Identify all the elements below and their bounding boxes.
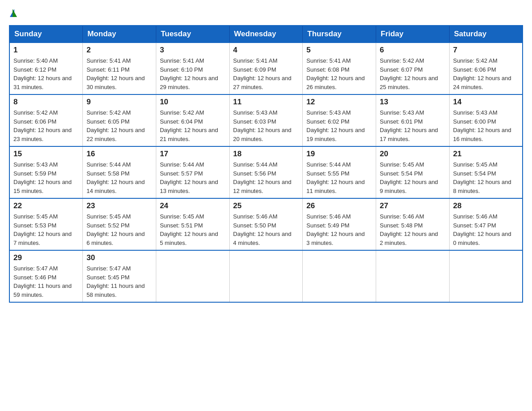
col-header-wednesday: Wednesday [229,26,303,43]
calendar-cell: 3 Sunrise: 5:41 AM Sunset: 6:10 PM Dayli… [156,43,229,94]
day-number: 25 [233,201,299,210]
calendar-cell: 13 Sunrise: 5:43 AM Sunset: 6:01 PM Dayl… [376,94,450,146]
day-info: Sunrise: 5:46 AM Sunset: 5:47 PM Dayligh… [453,212,519,247]
day-info: Sunrise: 5:41 AM Sunset: 6:09 PM Dayligh… [233,56,299,91]
day-number: 19 [306,150,372,158]
calendar-cell: 11 Sunrise: 5:43 AM Sunset: 6:03 PM Dayl… [229,94,303,146]
calendar-cell: 17 Sunrise: 5:44 AM Sunset: 5:57 PM Dayl… [156,146,229,198]
day-number: 1 [13,46,79,55]
calendar-cell: 1 Sunrise: 5:40 AM Sunset: 6:12 PM Dayli… [9,43,83,94]
day-number: 4 [233,46,299,55]
calendar-cell: 25 Sunrise: 5:46 AM Sunset: 5:50 PM Dayl… [229,198,303,250]
day-info: Sunrise: 5:47 AM Sunset: 5:45 PM Dayligh… [86,264,152,299]
calendar-cell: 15 Sunrise: 5:43 AM Sunset: 5:59 PM Dayl… [9,146,83,198]
calendar-cell: 5 Sunrise: 5:41 AM Sunset: 6:08 PM Dayli… [303,43,376,94]
day-number: 16 [86,150,152,158]
day-number: 18 [233,150,299,158]
calendar-cell: 6 Sunrise: 5:42 AM Sunset: 6:07 PM Dayli… [376,43,450,94]
calendar-cell: 28 Sunrise: 5:46 AM Sunset: 5:47 PM Dayl… [449,198,523,250]
day-number: 2 [86,46,152,55]
day-number: 8 [13,98,79,107]
day-number: 29 [13,253,79,262]
day-info: Sunrise: 5:43 AM Sunset: 6:03 PM Dayligh… [233,108,299,143]
day-info: Sunrise: 5:46 AM Sunset: 5:48 PM Dayligh… [380,212,446,247]
day-number: 7 [453,46,519,55]
day-info: Sunrise: 5:41 AM Sunset: 6:08 PM Dayligh… [306,56,372,91]
day-info: Sunrise: 5:45 AM Sunset: 5:51 PM Dayligh… [160,212,226,247]
calendar-cell: 4 Sunrise: 5:41 AM Sunset: 6:09 PM Dayli… [229,43,303,94]
day-info: Sunrise: 5:41 AM Sunset: 6:11 PM Dayligh… [86,56,152,91]
day-number: 26 [306,201,372,210]
calendar-cell: 22 Sunrise: 5:45 AM Sunset: 5:53 PM Dayl… [9,198,83,250]
day-number: 24 [160,201,226,210]
calendar-week-row: 22 Sunrise: 5:45 AM Sunset: 5:53 PM Dayl… [9,198,523,250]
day-number: 6 [380,46,446,55]
calendar-cell: 20 Sunrise: 5:45 AM Sunset: 5:54 PM Dayl… [376,146,450,198]
calendar-cell [156,250,229,302]
day-info: Sunrise: 5:43 AM Sunset: 6:01 PM Dayligh… [380,108,446,143]
day-info: Sunrise: 5:42 AM Sunset: 6:04 PM Dayligh… [160,108,226,143]
calendar-cell [303,250,376,302]
calendar-cell [376,250,450,302]
calendar-cell: 9 Sunrise: 5:42 AM Sunset: 6:05 PM Dayli… [83,94,156,146]
col-header-monday: Monday [83,26,156,43]
calendar-cell: 2 Sunrise: 5:41 AM Sunset: 6:11 PM Dayli… [83,43,156,94]
calendar-cell: 19 Sunrise: 5:44 AM Sunset: 5:55 PM Dayl… [303,146,376,198]
day-info: Sunrise: 5:44 AM Sunset: 5:58 PM Dayligh… [86,160,152,195]
logo [9,9,18,18]
day-number: 9 [86,98,152,107]
calendar-cell [229,250,303,302]
day-number: 21 [453,150,519,158]
calendar-cell: 29 Sunrise: 5:47 AM Sunset: 5:46 PM Dayl… [9,250,83,302]
day-info: Sunrise: 5:45 AM Sunset: 5:54 PM Dayligh… [453,160,519,195]
calendar-cell: 8 Sunrise: 5:42 AM Sunset: 6:06 PM Dayli… [9,94,83,146]
day-number: 15 [13,150,79,158]
calendar-cell: 30 Sunrise: 5:47 AM Sunset: 5:45 PM Dayl… [83,250,156,302]
day-info: Sunrise: 5:43 AM Sunset: 6:02 PM Dayligh… [306,108,372,143]
calendar-cell: 27 Sunrise: 5:46 AM Sunset: 5:48 PM Dayl… [376,198,450,250]
day-info: Sunrise: 5:44 AM Sunset: 5:57 PM Dayligh… [160,160,226,195]
day-info: Sunrise: 5:42 AM Sunset: 6:06 PM Dayligh… [13,108,79,143]
calendar-cell: 12 Sunrise: 5:43 AM Sunset: 6:02 PM Dayl… [303,94,376,146]
day-number: 20 [380,150,446,158]
day-number: 13 [380,98,446,107]
day-number: 28 [453,201,519,210]
day-info: Sunrise: 5:44 AM Sunset: 5:56 PM Dayligh… [233,160,299,195]
day-info: Sunrise: 5:42 AM Sunset: 6:06 PM Dayligh… [453,56,519,91]
day-info: Sunrise: 5:45 AM Sunset: 5:54 PM Dayligh… [380,160,446,195]
day-number: 12 [306,98,372,107]
calendar-cell: 24 Sunrise: 5:45 AM Sunset: 5:51 PM Dayl… [156,198,229,250]
calendar-cell: 14 Sunrise: 5:43 AM Sunset: 6:00 PM Dayl… [449,94,523,146]
day-number: 27 [380,201,446,210]
day-info: Sunrise: 5:45 AM Sunset: 5:52 PM Dayligh… [86,212,152,247]
page-header [9,9,523,18]
day-number: 10 [160,98,226,107]
day-number: 23 [86,201,152,210]
calendar-week-row: 29 Sunrise: 5:47 AM Sunset: 5:46 PM Dayl… [9,250,523,302]
col-header-sunday: Sunday [9,26,83,43]
day-number: 11 [233,98,299,107]
day-info: Sunrise: 5:46 AM Sunset: 5:49 PM Dayligh… [306,212,372,247]
calendar-cell: 26 Sunrise: 5:46 AM Sunset: 5:49 PM Dayl… [303,198,376,250]
calendar-cell: 21 Sunrise: 5:45 AM Sunset: 5:54 PM Dayl… [449,146,523,198]
day-number: 14 [453,98,519,107]
col-header-friday: Friday [376,26,450,43]
day-info: Sunrise: 5:44 AM Sunset: 5:55 PM Dayligh… [306,160,372,195]
calendar-week-row: 15 Sunrise: 5:43 AM Sunset: 5:59 PM Dayl… [9,146,523,198]
col-header-saturday: Saturday [449,26,523,43]
day-number: 17 [160,150,226,158]
day-info: Sunrise: 5:42 AM Sunset: 6:05 PM Dayligh… [86,108,152,143]
calendar-cell: 16 Sunrise: 5:44 AM Sunset: 5:58 PM Dayl… [83,146,156,198]
calendar-table: SundayMondayTuesdayWednesdayThursdayFrid… [9,25,523,303]
day-info: Sunrise: 5:41 AM Sunset: 6:10 PM Dayligh… [160,56,226,91]
calendar-cell: 10 Sunrise: 5:42 AM Sunset: 6:04 PM Dayl… [156,94,229,146]
col-header-tuesday: Tuesday [156,26,229,43]
day-number: 3 [160,46,226,55]
day-number: 22 [13,201,79,210]
calendar-cell: 23 Sunrise: 5:45 AM Sunset: 5:52 PM Dayl… [83,198,156,250]
day-info: Sunrise: 5:43 AM Sunset: 6:00 PM Dayligh… [453,108,519,143]
day-info: Sunrise: 5:43 AM Sunset: 5:59 PM Dayligh… [13,160,79,195]
logo-triangle-green [13,9,17,17]
day-info: Sunrise: 5:46 AM Sunset: 5:50 PM Dayligh… [233,212,299,247]
day-info: Sunrise: 5:42 AM Sunset: 6:07 PM Dayligh… [380,56,446,91]
